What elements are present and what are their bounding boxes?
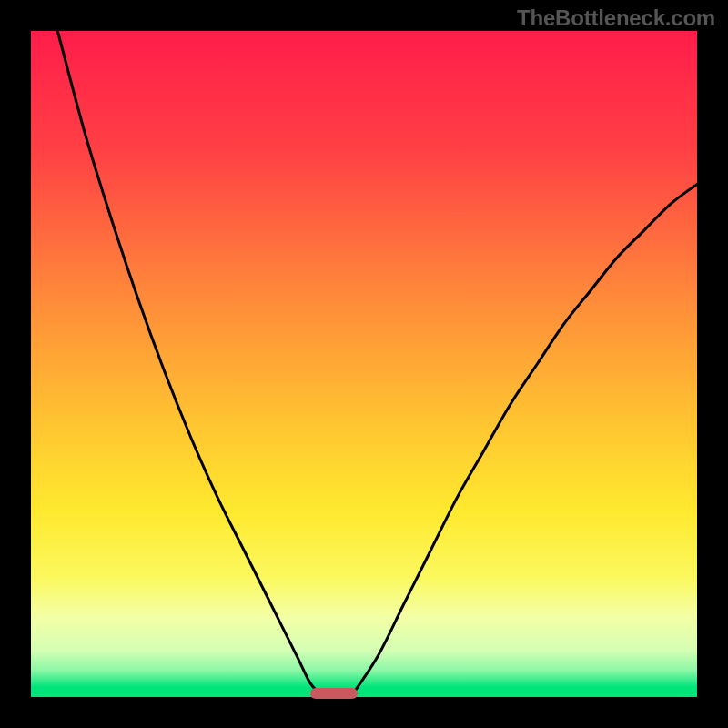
curve-right — [350, 184, 697, 697]
curve-left — [57, 31, 324, 697]
curves — [31, 31, 697, 697]
minimum-marker — [310, 688, 357, 699]
chart-frame: TheBottleneck.com — [0, 0, 728, 728]
watermark-text: TheBottleneck.com — [517, 5, 715, 31]
plot-area — [31, 31, 697, 697]
